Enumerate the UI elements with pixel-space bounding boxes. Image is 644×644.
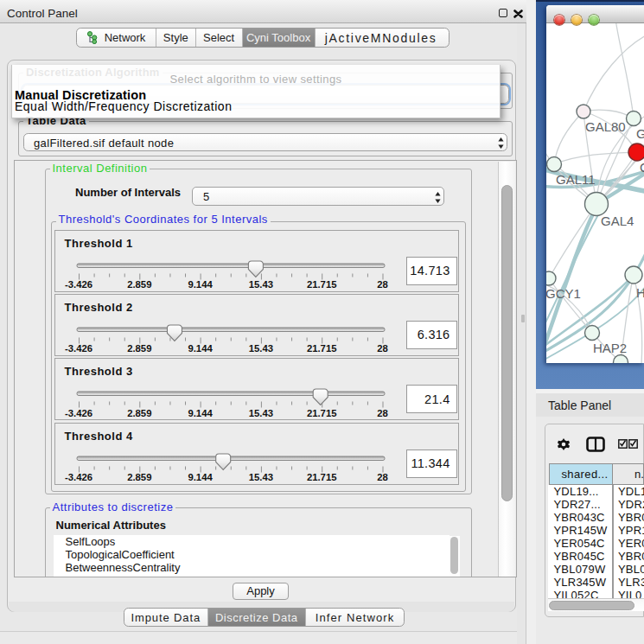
svg-text:GAL80: GAL80 — [585, 119, 626, 134]
svg-text:C: C — [640, 160, 644, 175]
svg-text:H: H — [636, 285, 644, 300]
svg-text:GCY1: GCY1 — [546, 286, 581, 301]
svg-text:HAP2: HAP2 — [593, 341, 627, 355]
svg-text:GAL4: GAL4 — [601, 214, 634, 228]
svg-text:GA: GA — [636, 126, 644, 141]
svg-text:GAL11: GAL11 — [556, 172, 596, 187]
